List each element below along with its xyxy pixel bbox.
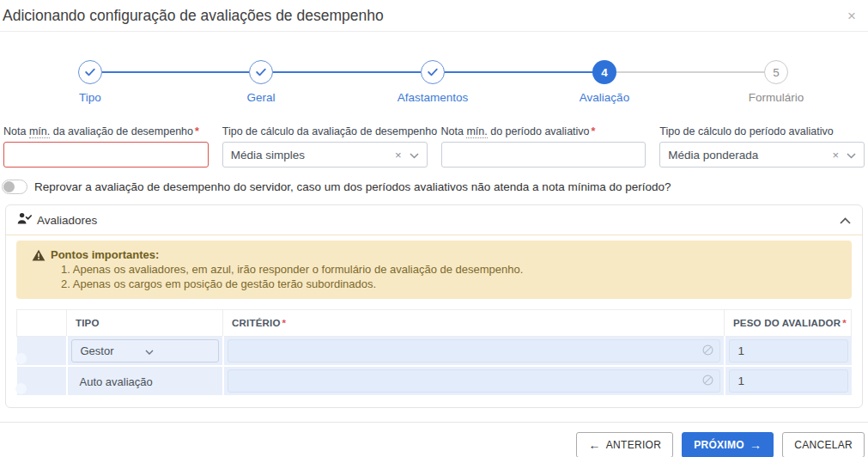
nota-min-periodo-input[interactable]: [441, 142, 646, 168]
alert-item: 1. Apenas os avaliadores, em azul, irão …: [51, 262, 523, 277]
disabled-icon: [702, 344, 713, 359]
tipo-calculo-periodo-select[interactable]: Média ponderada ×: [659, 142, 865, 168]
toggle-knob: [3, 181, 15, 192]
evaluation-form-row: Nota mín. da avaliação de desempenho* Ti…: [0, 125, 868, 168]
field-nota-min-avaliacao: Nota mín. da avaliação de desempenho*: [3, 125, 209, 168]
reprovar-toggle[interactable]: [2, 180, 27, 194]
reprovar-toggle-label: Reprovar a avaliação de desempenho do se…: [34, 180, 671, 193]
disabled-icon: [702, 374, 713, 389]
field-tipo-calculo-avaliacao: Tipo de cálculo da avaliação de desempen…: [222, 125, 428, 168]
cancelar-button[interactable]: CANCELAR: [782, 432, 865, 457]
step-label: Avaliação: [531, 91, 677, 104]
header-peso: PESO DO AVALIADOR*: [725, 310, 852, 337]
field-label: Tipo de cálculo do período avaliativo: [659, 125, 865, 137]
step-label: Geral: [188, 91, 334, 104]
modal-add-evaluation-config: Adicionando configuração de avaliações d…: [0, 0, 868, 457]
required-asterisk: *: [592, 125, 596, 137]
check-circle-icon: [421, 60, 445, 84]
select-value: Média ponderada: [668, 149, 832, 161]
clear-icon[interactable]: ×: [395, 149, 402, 161]
toggle-knob: [15, 353, 27, 364]
user-check-icon: [17, 212, 32, 228]
step-afastamentos[interactable]: Afastamentos: [360, 60, 506, 104]
check-circle-icon: [78, 60, 102, 84]
peso-avaliador-input[interactable]: 1: [729, 339, 848, 363]
required-asterisk: *: [195, 125, 199, 137]
tipo-avaliador-label: Auto avaliação: [68, 375, 153, 388]
required-asterisk: *: [842, 318, 847, 328]
anterior-button[interactable]: ← ANTERIOR: [576, 432, 673, 457]
arrow-right-icon: →: [750, 438, 762, 452]
field-label: Tipo de cálculo da avaliação de desempen…: [222, 125, 428, 137]
proximo-button[interactable]: PRÓXIMO →: [682, 432, 774, 457]
alert-content: Pontos importantes: 1. Apenas os avaliad…: [51, 247, 523, 291]
close-icon[interactable]: ×: [847, 9, 856, 23]
required-asterisk: *: [282, 318, 287, 328]
field-label: Nota mín. da avaliação de desempenho*: [3, 125, 209, 137]
step-label: Formulário: [703, 91, 849, 104]
criterio-input-disabled: [228, 369, 720, 393]
important-points-alert: Pontos importantes: 1. Apenas os avaliad…: [16, 241, 852, 299]
step-number: 5: [764, 60, 788, 84]
clear-icon[interactable]: ×: [832, 149, 839, 161]
peso-avaliador-input[interactable]: 1: [729, 369, 848, 393]
field-nota-min-periodo: Nota mín. do período avaliativo*: [441, 125, 646, 168]
step-tipo[interactable]: Tipo: [17, 60, 163, 104]
avaliadores-panel: Avaliadores Pontos importantes: 1. Apena…: [5, 204, 863, 408]
panel-title: Avaliadores: [37, 214, 840, 227]
check-circle-icon: [249, 60, 273, 84]
field-tipo-calculo-periodo: Tipo de cálculo do período avaliativo Mé…: [659, 125, 865, 168]
step-number: 4: [592, 60, 616, 84]
header-criterio: CRITÉRIO*: [223, 310, 725, 337]
table-row-auto-avaliacao: Auto avaliação 1: [17, 366, 852, 396]
criterio-input-disabled: [228, 339, 720, 363]
header-tipo: TIPO: [67, 310, 223, 337]
step-formulario[interactable]: 5 Formulário: [703, 60, 849, 104]
page-title: Adicionando configuração de avaliações d…: [3, 7, 384, 25]
select-value: Média simples: [231, 149, 395, 161]
step-label: Afastamentos: [360, 91, 506, 104]
chevron-down-icon[interactable]: [145, 344, 209, 357]
tipo-avaliador-select[interactable]: Gestor: [71, 339, 219, 363]
warning-icon: [32, 249, 46, 265]
nota-min-avaliacao-input[interactable]: [3, 142, 209, 168]
arrow-left-icon: ←: [588, 438, 600, 452]
header-toggle-column: [17, 310, 67, 337]
chevron-down-icon[interactable]: [410, 147, 419, 162]
modal-footer: ← ANTERIOR PRÓXIMO → CANCELAR: [0, 422, 868, 457]
chevron-up-icon[interactable]: [840, 212, 851, 228]
table-header-row: TIPO CRITÉRIO* PESO DO AVALIADOR*: [17, 310, 852, 337]
step-label: Tipo: [17, 91, 163, 104]
tipo-calculo-avaliacao-select[interactable]: Média simples ×: [222, 142, 428, 168]
chevron-down-icon[interactable]: [847, 147, 856, 162]
reprovar-toggle-row: Reprovar a avaliação de desempenho do se…: [0, 180, 868, 194]
avaliadores-panel-header[interactable]: Avaliadores: [6, 205, 862, 235]
alert-item: 2. Apenas os cargos em posição de gestão…: [51, 277, 523, 291]
alert-title: Pontos importantes:: [51, 247, 523, 262]
step-geral[interactable]: Geral: [188, 60, 334, 104]
step-avaliacao[interactable]: 4 Avaliação: [531, 60, 677, 104]
field-label: Nota mín. do período avaliativo*: [441, 125, 646, 137]
table-row-gestor: Gestor 1: [17, 337, 852, 367]
avaliadores-table: TIPO CRITÉRIO* PESO DO AVALIADOR* Gestor: [16, 309, 852, 397]
stepper: Tipo Geral Afastamentos 4 Avaliação 5 Fo…: [0, 32, 868, 111]
modal-header: Adicionando configuração de avaliações d…: [0, 0, 868, 32]
toggle-knob: [15, 383, 27, 394]
